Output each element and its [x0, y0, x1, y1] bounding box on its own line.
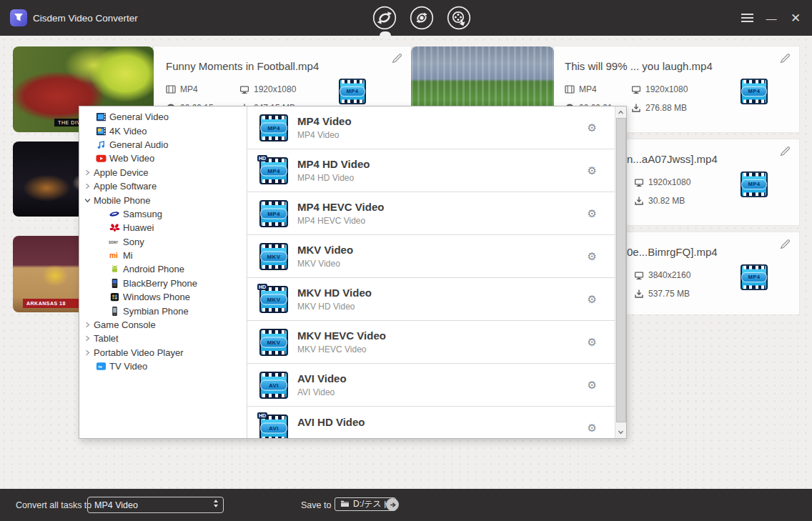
tree-item-label: Game Console — [94, 319, 156, 330]
hd-tag: HD — [257, 284, 267, 290]
format-badge-label: MP4 — [741, 272, 767, 282]
edit-pencil-icon[interactable] — [778, 52, 792, 66]
tree-item-4k-video[interactable]: 4K Video — [79, 124, 247, 137]
format-subtitle: AVI Video — [297, 387, 347, 397]
output-format-badge[interactable]: MP4 — [741, 264, 768, 290]
scrollbar-thumb[interactable] — [616, 118, 626, 422]
format-option-mkv-hd-video[interactable]: HDMKVMKV HD VideoMKV HD Video⚙ — [247, 278, 615, 321]
converter-tab-icon[interactable] — [372, 5, 397, 31]
gear-icon[interactable]: ⚙ — [588, 121, 597, 134]
chevron-right-icon[interactable] — [84, 183, 94, 189]
format-stat: MP4 — [565, 84, 597, 94]
size-value: 537.75 MB — [648, 289, 690, 299]
close-icon[interactable]: ✕ — [785, 0, 806, 36]
convert-all-select[interactable]: MP4 Video — [87, 497, 224, 513]
format-option-mp4-hevc-video[interactable]: MP4MP4 HEVC VideoMP4 HEVC Video⚙ — [247, 192, 615, 235]
mode-tabs — [372, 5, 472, 31]
format-stat: MP4 — [166, 84, 198, 94]
format-option-mp4-video[interactable]: MP4MP4 VideoMP4 Video⚙ — [247, 106, 615, 149]
format-filmstrip-icon: HDAVI — [259, 415, 288, 440]
tree-item-label: Web Video — [109, 153, 154, 164]
format-filmstrip-icon: AVI — [259, 372, 288, 399]
format-badge-label: MP4 — [340, 86, 365, 96]
format-value: MP4 — [579, 84, 597, 94]
scrollbar[interactable] — [615, 106, 626, 438]
gear-icon[interactable]: ⚙ — [588, 422, 597, 435]
edit-pencil-icon[interactable] — [390, 52, 404, 66]
tree-item-windows-phone[interactable]: Windows Phone — [79, 290, 247, 304]
gear-icon[interactable]: ⚙ — [588, 379, 597, 392]
format-value: MP4 — [180, 84, 198, 94]
svg-text:SONY: SONY — [109, 240, 118, 244]
tree-item-blackberry-phone[interactable]: BlackBerry Phone — [79, 277, 247, 290]
format-option-avi-hd-video[interactable]: HDAVIAVI HD Video⚙ — [247, 407, 615, 439]
download-icon — [634, 289, 644, 299]
output-format-badge[interactable]: MP4 — [339, 79, 366, 104]
chevron-right-icon[interactable] — [84, 322, 94, 328]
save-to-label: Save to — [301, 489, 331, 521]
tree-item-label: 4K Video — [109, 126, 147, 137]
gear-icon[interactable]: ⚙ — [588, 336, 597, 349]
open-folder-arrow-icon[interactable] — [386, 498, 399, 511]
format-option-avi-video[interactable]: AVIAVI VideoAVI Video⚙ — [247, 364, 615, 407]
format-text: AVI VideoAVI Video — [297, 372, 347, 397]
ripper-tab-icon[interactable] — [409, 5, 435, 31]
gear-icon[interactable]: ⚙ — [588, 164, 597, 177]
tree-item-huawei[interactable]: Huawei — [79, 221, 247, 234]
monitor-icon — [634, 270, 644, 280]
tree-item-sony[interactable]: SONYSony — [79, 235, 247, 249]
resolution-stat: 3840x2160 — [634, 270, 690, 280]
tree-item-tablet[interactable]: Tablet — [79, 332, 247, 345]
chevron-right-icon[interactable] — [84, 349, 94, 356]
windows-icon — [109, 292, 120, 302]
tree-item-apple-software[interactable]: Apple Software — [79, 179, 247, 193]
toolbox-tab-icon[interactable] — [446, 5, 472, 31]
stepper-arrows-icon — [214, 500, 218, 507]
gear-icon[interactable]: ⚙ — [588, 250, 597, 263]
svg-text:mi: mi — [109, 252, 118, 259]
tree-item-game-console[interactable]: Game Console — [79, 318, 247, 332]
format-subtitle — [297, 431, 365, 439]
tree-item-web-video[interactable]: Web Video — [79, 152, 247, 165]
tree-item-general-audio[interactable]: General Audio — [79, 138, 247, 152]
film-frame-icon — [166, 84, 176, 94]
edit-pencil-icon[interactable] — [778, 238, 792, 252]
output-format-badge[interactable]: MP4 — [741, 172, 768, 197]
tree-item-apple-device[interactable]: Apple Device — [79, 166, 247, 179]
gear-icon[interactable]: ⚙ — [588, 293, 597, 306]
format-subtitle: MP4 HEVC Video — [297, 216, 384, 226]
video-title: 0e...BimrgFQ].mp4 — [627, 246, 718, 258]
tree-item-portable-video-player[interactable]: Portable Video Player — [79, 346, 247, 359]
edit-pencil-icon[interactable] — [778, 145, 792, 159]
format-title: MKV HD Video — [297, 287, 372, 299]
tree-item-samsung[interactable]: Samsung — [79, 207, 247, 221]
tree-item-mobile-phone[interactable]: Mobile Phone — [79, 193, 247, 207]
film-icon — [95, 111, 107, 122]
convert-all-value: MP4 Video — [94, 500, 138, 510]
gear-icon[interactable]: ⚙ — [588, 207, 597, 220]
chevron-down-icon[interactable] — [84, 197, 94, 204]
chevron-right-icon[interactable] — [84, 335, 94, 342]
chevron-right-icon[interactable] — [84, 169, 94, 176]
minimize-icon[interactable]: — — [761, 0, 782, 36]
format-title: MKV HEVC Video — [297, 329, 386, 342]
scroll-up-icon[interactable] — [615, 107, 626, 118]
format-filmstrip-icon: MP4 — [259, 114, 288, 142]
format-option-mkv-video[interactable]: MKVMKV VideoMKV Video⚙ — [247, 235, 615, 278]
resolution-value: 1920x1080 — [645, 84, 688, 94]
video-title: n...aA07Jwss].mp4 — [627, 153, 718, 165]
scroll-down-icon[interactable] — [615, 427, 626, 437]
output-format-badge[interactable]: MP4 — [741, 79, 768, 104]
tree-item-general-video[interactable]: General Video — [79, 110, 247, 124]
resolution-stat: 1920x1080 — [239, 84, 296, 94]
format-option-mkv-hevc-video[interactable]: MKVMKV HEVC VideoMKV HEVC Video⚙ — [247, 321, 615, 364]
tree-item-symbian-phone[interactable]: Symbian Phone — [79, 304, 247, 317]
format-option-mp4-hd-video[interactable]: HDMP4MP4 HD VideoMP4 HD Video⚙ — [247, 149, 615, 192]
tree-item-mi[interactable]: miMi — [79, 249, 247, 262]
format-filmstrip-icon: MP4 — [259, 200, 288, 227]
menu-icon[interactable] — [736, 0, 758, 36]
tree-item-tv-video[interactable]: tvTV Video — [79, 359, 247, 373]
samsung-icon — [109, 209, 120, 219]
tree-item-android-phone[interactable]: Android Phone — [79, 262, 247, 276]
format-subtitle: MKV Video — [297, 259, 353, 269]
